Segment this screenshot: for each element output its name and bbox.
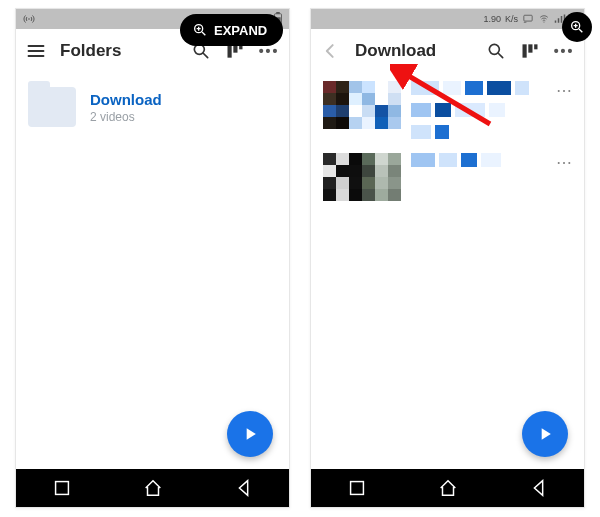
svg-rect-9 [524, 15, 532, 21]
svg-rect-8 [55, 482, 68, 495]
hamburger-icon[interactable] [26, 41, 46, 61]
phone-download: 1.90 K/s Download ••• [310, 8, 585, 508]
video-row[interactable]: ⋯ [323, 81, 572, 139]
nav-recent-button[interactable] [51, 477, 73, 499]
status-net-unit: K/s [505, 14, 518, 24]
svg-rect-17 [534, 44, 537, 49]
app-header: Download ••• [311, 29, 584, 73]
svg-rect-16 [528, 44, 532, 52]
zoom-in-icon [569, 19, 585, 35]
folders-content: Download 2 videos [16, 73, 289, 469]
row-more-icon[interactable]: ⋯ [556, 81, 572, 100]
folder-name: Download [90, 91, 162, 108]
cast-icon [522, 14, 534, 24]
svg-rect-15 [523, 44, 527, 57]
page-title: Folders [60, 41, 121, 61]
svg-point-0 [28, 18, 30, 20]
video-title-redacted [411, 81, 542, 139]
android-navbar [311, 469, 584, 507]
play-fab[interactable] [227, 411, 273, 457]
nav-back-button[interactable] [528, 477, 550, 499]
zoom-in-icon [192, 22, 208, 38]
folder-item-download[interactable]: Download 2 videos [28, 81, 277, 133]
expand-label: EXPAND [214, 23, 267, 38]
nav-home-button[interactable] [142, 477, 164, 499]
more-icon[interactable]: ••• [554, 41, 574, 61]
phone-folders: 0.14 60% Folders ••• Download [15, 8, 290, 508]
svg-point-14 [489, 44, 499, 54]
broadcast-icon [22, 13, 36, 25]
canvas: 0.14 60% Folders ••• Download [0, 0, 600, 517]
video-thumbnail [323, 81, 401, 129]
nav-recent-button[interactable] [346, 477, 368, 499]
svg-point-10 [543, 21, 544, 22]
folder-subtitle: 2 videos [90, 110, 162, 124]
wifi-icon [538, 14, 550, 24]
android-navbar [16, 469, 289, 507]
video-thumbnail [323, 153, 401, 201]
folder-icon [28, 87, 76, 127]
view-toggle-icon[interactable] [520, 41, 540, 61]
nav-home-button[interactable] [437, 477, 459, 499]
page-title: Download [355, 41, 436, 61]
svg-rect-5 [228, 44, 232, 57]
svg-rect-2 [276, 12, 280, 14]
play-icon [535, 424, 555, 444]
svg-rect-18 [350, 482, 363, 495]
expand-button[interactable]: EXPAND [180, 14, 283, 46]
play-icon [240, 424, 260, 444]
back-arrow-icon[interactable] [321, 41, 341, 61]
status-net-speed: 1.90 [483, 14, 501, 24]
video-title-redacted [411, 153, 542, 167]
row-more-icon[interactable]: ⋯ [556, 153, 572, 172]
status-bar: 1.90 K/s [311, 9, 584, 29]
nav-back-button[interactable] [233, 477, 255, 499]
video-row[interactable]: ⋯ [323, 153, 572, 201]
videos-content: ⋯ ⋯ [311, 73, 584, 469]
search-icon[interactable] [486, 41, 506, 61]
play-fab[interactable] [522, 411, 568, 457]
zoom-badge[interactable] [562, 12, 592, 42]
